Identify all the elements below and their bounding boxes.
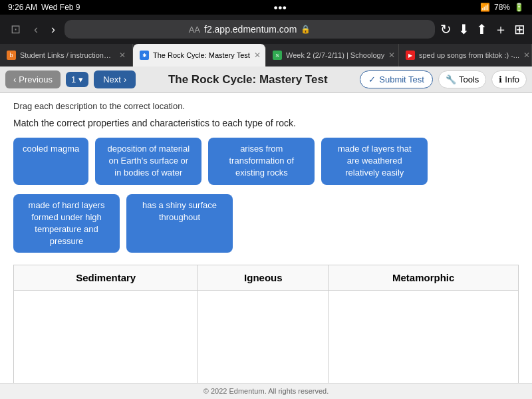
browser-chrome: ⊡ ‹ › AA f2.app.edmentum.com 🔒 ↻ ⬇ ⬆ ＋ ⊞ bbox=[0, 15, 532, 44]
tabs-overview-button[interactable]: ⊞ bbox=[514, 21, 525, 39]
address-text: f2.app.edmentum.com bbox=[204, 24, 297, 35]
tab-close-4[interactable]: ✕ bbox=[523, 51, 530, 60]
chevron-right-icon: › bbox=[124, 74, 126, 84]
previous-button[interactable]: ‹ Previous bbox=[5, 70, 61, 88]
time-display: 9:26 AM bbox=[8, 3, 37, 12]
tab-close-3[interactable]: ✕ bbox=[388, 51, 395, 60]
date-display: Wed Feb 9 bbox=[41, 3, 80, 12]
new-tab-button[interactable]: ＋ bbox=[494, 21, 507, 39]
tab-label-3: Week 2 (2/7-2/11) | Schoology bbox=[286, 51, 384, 59]
wifi-icon: 📶 bbox=[480, 3, 490, 12]
download-button[interactable]: ⬇ bbox=[458, 21, 469, 39]
share-button[interactable]: ⬆ bbox=[476, 21, 487, 39]
dropdown-icon: ▾ bbox=[78, 74, 83, 84]
previous-label: Previous bbox=[19, 74, 53, 84]
submit-test-button[interactable]: ✓ Submit Test bbox=[360, 70, 433, 88]
tab-label-2: The Rock Cycle: Mastery Test bbox=[153, 51, 250, 59]
chip-arises-from[interactable]: arises from transformation of existing r… bbox=[208, 138, 315, 185]
aa-label: AA bbox=[189, 25, 200, 35]
toolbar: ‹ Previous 1 ▾ Next › The Rock Cycle: Ma… bbox=[0, 66, 532, 93]
footer: © 2022 Edmentum. All rights reserved. bbox=[0, 383, 532, 399]
check-icon: ✓ bbox=[368, 74, 376, 84]
question-indicator: 1 ▾ bbox=[66, 72, 88, 87]
tab-favicon-4: ▶ bbox=[406, 51, 415, 60]
battery-icon: 🔋 bbox=[514, 3, 524, 12]
info-icon: ℹ bbox=[499, 74, 502, 84]
table-row bbox=[14, 291, 519, 383]
tab-close-2[interactable]: ✕ bbox=[254, 51, 261, 60]
chip-deposition[interactable]: deposition of material on Earth's surfac… bbox=[95, 138, 201, 185]
info-label: Info bbox=[505, 74, 519, 84]
chip-hard-layers[interactable]: made of hard layers formed under high te… bbox=[13, 194, 120, 253]
back-button[interactable]: ‹ bbox=[30, 21, 42, 38]
info-button[interactable]: ℹ Info bbox=[491, 70, 527, 88]
forward-button[interactable]: › bbox=[47, 21, 59, 38]
drag-instruction: Drag each description to the correct loc… bbox=[13, 101, 519, 111]
tab-favicon-2: ✱ bbox=[140, 51, 149, 60]
tools-label: Tools bbox=[459, 74, 479, 84]
chevron-left-icon: ‹ bbox=[13, 74, 16, 84]
metamorphic-drop-zone[interactable] bbox=[329, 291, 519, 383]
tab-label-1: Student Links / instructionalho... bbox=[20, 51, 115, 59]
tab-rock-cycle[interactable]: ✱ The Rock Cycle: Mastery Test ✕ bbox=[133, 44, 266, 66]
chip-weathered-layers[interactable]: made of layers that are weathered relati… bbox=[321, 138, 428, 185]
tab-label-4: sped up songs from tiktok :) -... bbox=[419, 51, 519, 59]
battery-display: 78% bbox=[494, 3, 510, 12]
refresh-button[interactable]: ↻ bbox=[440, 21, 452, 39]
chip-shiny-surface[interactable]: has a shiny surface throughout bbox=[126, 194, 233, 253]
igneous-drop-zone[interactable] bbox=[198, 291, 329, 383]
next-button[interactable]: Next › bbox=[94, 70, 136, 88]
chips-area: cooled magma deposition of material on E… bbox=[13, 138, 519, 253]
main-content: Drag each description to the correct loc… bbox=[0, 93, 532, 383]
question-number: 1 bbox=[71, 74, 76, 84]
match-instruction: Match the correct properties and charact… bbox=[13, 118, 519, 128]
igneous-header: Igneous bbox=[198, 265, 329, 291]
sedimentary-drop-zone[interactable] bbox=[14, 291, 198, 383]
chip-cooled-magma[interactable]: cooled magma bbox=[13, 138, 88, 185]
tab-close-1[interactable]: ✕ bbox=[119, 51, 126, 60]
tab-favicon-3: S bbox=[273, 51, 282, 60]
sidebar-toggle-button[interactable]: ⊡ bbox=[7, 21, 25, 38]
wrench-icon: 🔧 bbox=[446, 74, 456, 84]
sedimentary-header: Sedimentary bbox=[14, 265, 198, 291]
tab-tiktok[interactable]: ▶ sped up songs from tiktok :) -... ✕ bbox=[399, 44, 532, 66]
tab-student-links[interactable]: b Student Links / instructionalho... ✕ bbox=[0, 44, 133, 66]
tab-schoology[interactable]: S Week 2 (2/7-2/11) | Schoology ✕ bbox=[266, 44, 399, 66]
page-title: The Rock Cycle: Mastery Test bbox=[141, 73, 354, 86]
tabs-bar: b Student Links / instructionalho... ✕ ✱… bbox=[0, 44, 532, 66]
lock-icon: 🔒 bbox=[301, 25, 311, 34]
address-bar[interactable]: AA f2.app.edmentum.com 🔒 bbox=[65, 20, 435, 39]
tools-button[interactable]: 🔧 Tools bbox=[438, 70, 486, 88]
submit-label: Submit Test bbox=[379, 74, 424, 84]
metamorphic-header: Metamorphic bbox=[329, 265, 519, 291]
status-bar: 9:26 AM Wed Feb 9 ●●● 📶 78% 🔋 bbox=[0, 0, 532, 15]
footer-text: © 2022 Edmentum. All rights reserved. bbox=[203, 387, 329, 395]
rock-table: Sedimentary Igneous Metamorphic bbox=[13, 265, 519, 383]
next-label: Next bbox=[103, 74, 121, 84]
tab-favicon-1: b bbox=[7, 51, 16, 60]
